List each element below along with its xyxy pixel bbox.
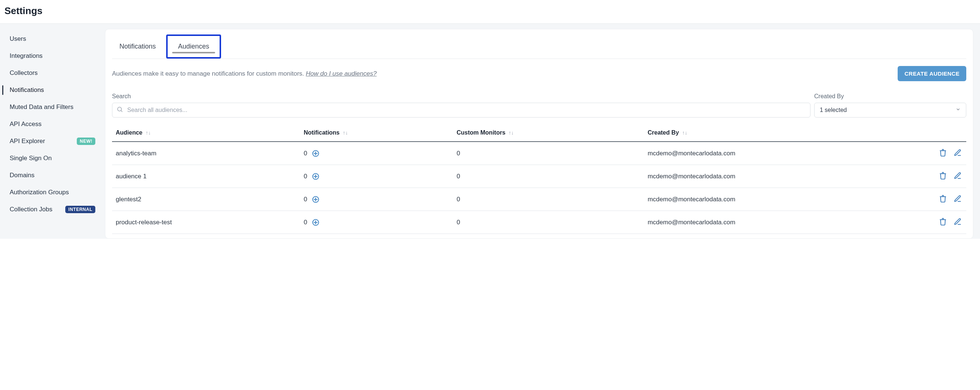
delete-icon[interactable] bbox=[938, 194, 948, 203]
col-audience[interactable]: Audience ↑↓ bbox=[112, 124, 300, 142]
sidebar: Users Integrations Collectors Notificati… bbox=[0, 24, 105, 239]
sidebar-item-label: Notifications bbox=[10, 86, 95, 94]
svg-point-0 bbox=[118, 107, 122, 111]
svg-line-1 bbox=[121, 111, 122, 112]
sidebar-item-single-sign-on[interactable]: Single Sign On bbox=[0, 150, 105, 167]
edit-icon[interactable] bbox=[953, 171, 963, 181]
sidebar-item-label: Muted Data and Filters bbox=[10, 103, 95, 111]
sidebar-item-authorization-groups[interactable]: Authorization Groups bbox=[0, 184, 105, 201]
delete-icon[interactable] bbox=[938, 148, 948, 157]
cell-notifications: 0 bbox=[300, 211, 453, 234]
sort-icon: ↑↓ bbox=[682, 130, 687, 136]
sidebar-item-label: API Access bbox=[10, 120, 95, 128]
col-createdby[interactable]: Created By ↑↓ bbox=[644, 124, 926, 142]
col-notifications[interactable]: Notifications ↑↓ bbox=[300, 124, 453, 142]
cell-createdby: mcdemo@montecarlodata.com bbox=[644, 142, 926, 165]
cell-audience: product-release-test bbox=[112, 211, 300, 234]
table-row: audience 100mcdemo@montecarlodata.com bbox=[112, 165, 966, 188]
notif-count: 0 bbox=[304, 219, 307, 226]
col-audience-label: Audience bbox=[116, 129, 142, 136]
edit-icon[interactable] bbox=[953, 148, 963, 157]
delete-icon[interactable] bbox=[938, 217, 948, 227]
createdby-value: 1 selected bbox=[820, 107, 847, 113]
sidebar-item-api-access[interactable]: API Access bbox=[0, 116, 105, 133]
search-icon bbox=[116, 106, 123, 114]
sidebar-item-label: Authorization Groups bbox=[10, 189, 95, 196]
cell-monitors: 0 bbox=[453, 142, 644, 165]
sidebar-item-collection-jobs[interactable]: Collection Jobs INTERNAL bbox=[0, 201, 105, 218]
notif-count: 0 bbox=[304, 196, 307, 203]
add-notification-icon[interactable] bbox=[312, 150, 319, 157]
cell-actions bbox=[926, 142, 966, 165]
audiences-table: Audience ↑↓ Notifications ↑↓ Custom Moni… bbox=[105, 120, 973, 234]
col-monitors[interactable]: Custom Monitors ↑↓ bbox=[453, 124, 644, 142]
internal-badge: INTERNAL bbox=[65, 206, 95, 213]
cell-audience: audience 1 bbox=[112, 165, 300, 188]
col-notifications-label: Notifications bbox=[304, 129, 340, 136]
search-input[interactable] bbox=[112, 103, 810, 117]
delete-icon[interactable] bbox=[938, 171, 948, 181]
sidebar-item-integrations[interactable]: Integrations bbox=[0, 48, 105, 65]
sidebar-item-api-explorer[interactable]: API Explorer NEW! bbox=[0, 133, 105, 150]
cell-createdby: mcdemo@montecarlodata.com bbox=[644, 188, 926, 211]
search-label: Search bbox=[112, 93, 810, 100]
create-audience-button[interactable]: CREATE AUDIENCE bbox=[898, 66, 966, 81]
cell-createdby: mcdemo@montecarlodata.com bbox=[644, 165, 926, 188]
sidebar-item-label: Collection Jobs bbox=[10, 206, 65, 213]
sidebar-item-notifications[interactable]: Notifications bbox=[0, 82, 105, 98]
tabs: Notifications Audiences bbox=[112, 29, 966, 59]
add-notification-icon[interactable] bbox=[312, 196, 319, 203]
sidebar-item-label: Users bbox=[10, 35, 95, 43]
col-monitors-label: Custom Monitors bbox=[457, 129, 506, 136]
cell-notifications: 0 bbox=[300, 188, 453, 211]
createdby-select[interactable]: 1 selected bbox=[814, 103, 966, 117]
notif-count: 0 bbox=[304, 150, 307, 157]
page-title: Settings bbox=[0, 0, 980, 23]
sidebar-item-users[interactable]: Users bbox=[0, 30, 105, 48]
edit-icon[interactable] bbox=[953, 217, 963, 227]
cell-notifications: 0 bbox=[300, 165, 453, 188]
createdby-label: Created By bbox=[814, 93, 966, 100]
sidebar-item-muted-data-and-filters[interactable]: Muted Data and Filters bbox=[0, 98, 105, 116]
cell-actions bbox=[926, 211, 966, 234]
col-createdby-label: Created By bbox=[648, 129, 679, 136]
cell-actions bbox=[926, 188, 966, 211]
new-badge: NEW! bbox=[77, 138, 95, 145]
table-row: product-release-test00mcdemo@montecarlod… bbox=[112, 211, 966, 234]
add-notification-icon[interactable] bbox=[312, 219, 319, 226]
cell-monitors: 0 bbox=[453, 211, 644, 234]
add-notification-icon[interactable] bbox=[312, 173, 319, 180]
cell-notifications: 0 bbox=[300, 142, 453, 165]
info-text-static: Audiences make it easy to manage notific… bbox=[112, 70, 306, 77]
chevron-down-icon bbox=[956, 107, 961, 113]
sidebar-item-domains[interactable]: Domains bbox=[0, 167, 105, 184]
sort-icon: ↑↓ bbox=[145, 130, 151, 136]
sort-icon: ↑↓ bbox=[509, 130, 514, 136]
sort-icon: ↑↓ bbox=[343, 130, 348, 136]
info-text: Audiences make it easy to manage notific… bbox=[112, 70, 377, 78]
sidebar-item-label: Single Sign On bbox=[10, 155, 95, 162]
cell-monitors: 0 bbox=[453, 165, 644, 188]
tab-notifications[interactable]: Notifications bbox=[112, 37, 163, 59]
info-help-link[interactable]: How do I use audiences? bbox=[306, 70, 377, 77]
sidebar-item-label: Integrations bbox=[10, 52, 95, 60]
table-row: glentest200mcdemo@montecarlodata.com bbox=[112, 188, 966, 211]
sidebar-item-label: API Explorer bbox=[10, 138, 77, 145]
notif-count: 0 bbox=[304, 173, 307, 180]
table-row: analytics-team00mcdemo@montecarlodata.co… bbox=[112, 142, 966, 165]
sidebar-item-label: Collectors bbox=[10, 69, 95, 77]
col-actions bbox=[926, 124, 966, 142]
main-panel: Notifications Audiences Audiences make i… bbox=[105, 29, 973, 239]
cell-monitors: 0 bbox=[453, 188, 644, 211]
tab-audiences[interactable]: Audiences bbox=[166, 35, 221, 59]
cell-audience: glentest2 bbox=[112, 188, 300, 211]
cell-audience: analytics-team bbox=[112, 142, 300, 165]
sidebar-item-collectors[interactable]: Collectors bbox=[0, 65, 105, 82]
cell-createdby: mcdemo@montecarlodata.com bbox=[644, 211, 926, 234]
sidebar-item-label: Domains bbox=[10, 172, 95, 179]
edit-icon[interactable] bbox=[953, 194, 963, 203]
cell-actions bbox=[926, 165, 966, 188]
